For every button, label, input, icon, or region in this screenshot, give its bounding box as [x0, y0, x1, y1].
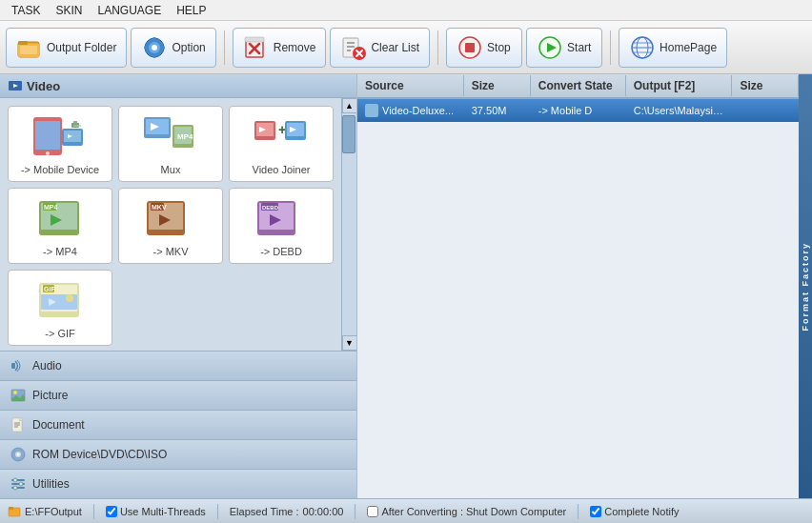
- grid-item-video-joiner[interactable]: + Video Joiner: [229, 106, 334, 182]
- svg-point-92: [13, 478, 17, 482]
- output-path-section: E:\FFOutput: [8, 505, 82, 518]
- remove-icon: [243, 34, 270, 61]
- toolbar: Output Folder Option: [0, 21, 812, 74]
- td-size2: [732, 109, 799, 112]
- complete-notify-label[interactable]: Complete Notify: [590, 506, 679, 517]
- stop-label: Stop: [487, 41, 511, 54]
- grid-item-mobile-device[interactable]: -> Mobile Device: [8, 106, 112, 182]
- svg-text:GIF: GIF: [44, 286, 55, 292]
- clear-list-label: Clear List: [371, 41, 419, 54]
- row-file-icon: [365, 104, 378, 117]
- svg-point-7: [152, 37, 156, 41]
- grid-item-gif[interactable]: GIF -> GIF: [8, 270, 112, 346]
- svg-text:DEBD: DEBD: [262, 205, 279, 211]
- nav-utilities[interactable]: Utilities: [0, 469, 356, 498]
- option-icon: [141, 34, 168, 61]
- menu-language[interactable]: LANGUAGE: [90, 2, 169, 19]
- start-icon: [537, 34, 563, 61]
- output-path-icon: [8, 505, 21, 518]
- debd-icon: DEBD: [253, 194, 310, 242]
- start-button[interactable]: Start: [526, 28, 602, 68]
- table-row[interactable]: Video-Deluxe... 37.50M -> Mobile D C:\Us…: [357, 99, 799, 122]
- table-body: Video-Deluxe... 37.50M -> Mobile D C:\Us…: [357, 99, 799, 498]
- svg-rect-34: [35, 121, 60, 150]
- video-grid-scroll: -> Mobile Device MP4 Mux: [0, 98, 356, 351]
- th-size: Size: [464, 75, 531, 96]
- utilities-label: Utilities: [32, 477, 70, 491]
- svg-rect-2: [18, 41, 28, 45]
- nav-audio[interactable]: Audio: [0, 351, 356, 380]
- td-output: C:\Users\Malaysia...: [626, 103, 733, 118]
- grid-item-mkv[interactable]: MKV -> MKV: [118, 188, 223, 264]
- nav-document[interactable]: Document: [0, 410, 356, 439]
- svg-point-35: [46, 151, 50, 155]
- grid-item-debd[interactable]: DEBD -> DEBD: [229, 188, 334, 264]
- scroll-up-arrow[interactable]: ▲: [342, 98, 357, 113]
- rom-label: ROM Device\DVD\CD\ISO: [32, 448, 167, 461]
- homepage-label: HomePage: [660, 41, 717, 54]
- left-panel-header: Video: [0, 74, 356, 98]
- side-nav: Audio Picture: [0, 351, 356, 498]
- mobile-device-label: -> Mobile Device: [21, 164, 99, 175]
- menu-help[interactable]: HELP: [169, 2, 213, 19]
- video-joiner-icon: +: [253, 112, 310, 160]
- svg-point-9: [144, 46, 148, 50]
- th-source: Source: [357, 75, 464, 96]
- svg-rect-40: [73, 121, 77, 124]
- clear-list-button[interactable]: Clear List: [330, 28, 430, 68]
- toolbar-separator-3: [610, 30, 611, 65]
- svg-rect-41: [73, 125, 81, 127]
- left-panel: Video: [0, 74, 357, 498]
- document-label: Document: [32, 418, 85, 432]
- th-output: Output [F2]: [626, 75, 733, 96]
- after-converting-label[interactable]: After Converting : Shut Down Computer: [367, 506, 566, 517]
- remove-label: Remove: [274, 41, 316, 54]
- mp4-icon: MP4: [31, 194, 89, 242]
- scroll-thumb[interactable]: [342, 115, 355, 153]
- homepage-button[interactable]: HomePage: [619, 28, 727, 68]
- svg-point-79: [13, 391, 17, 394]
- use-multi-threads-checkbox[interactable]: [106, 506, 117, 517]
- status-sep-2: [217, 504, 218, 519]
- grid-item-mp4[interactable]: MP4 -> MP4: [8, 188, 112, 264]
- svg-rect-3: [20, 46, 37, 54]
- right-wrapper: Source Size Convert State Output [F2] Si…: [357, 74, 812, 498]
- remove-button[interactable]: Remove: [233, 28, 327, 68]
- gif-label: -> GIF: [45, 328, 74, 339]
- nav-picture[interactable]: Picture: [0, 380, 356, 410]
- stop-icon: [457, 34, 483, 61]
- picture-label: Picture: [32, 389, 68, 402]
- menu-skin[interactable]: SKIN: [48, 2, 90, 19]
- svg-point-6: [152, 45, 157, 50]
- mkv-label: -> MKV: [153, 246, 189, 257]
- scroll-down-arrow[interactable]: ▼: [342, 335, 357, 351]
- use-multi-threads-label[interactable]: Use Multi-Threads: [106, 506, 206, 517]
- grid-item-mux[interactable]: MP4 Mux: [118, 106, 223, 182]
- th-size2: Size: [732, 75, 799, 96]
- svg-rect-140: [9, 507, 13, 510]
- elapsed-time-section: Elapsed Time : 00:00:00: [230, 506, 344, 517]
- after-converting-checkbox[interactable]: [367, 506, 378, 517]
- option-button[interactable]: Option: [131, 28, 215, 68]
- complete-notify-checkbox[interactable]: [590, 506, 601, 517]
- complete-notify-text: Complete Notify: [604, 506, 679, 517]
- output-folder-icon: [16, 34, 43, 61]
- td-size: 37.50M: [464, 103, 531, 118]
- stop-button[interactable]: Stop: [446, 28, 522, 68]
- svg-point-8: [152, 54, 156, 58]
- toolbar-separator-2: [437, 30, 438, 65]
- document-icon: [10, 416, 27, 433]
- use-multi-threads-text: Use Multi-Threads: [120, 506, 206, 517]
- svg-text:+: +: [278, 122, 286, 137]
- menu-task[interactable]: TASK: [4, 2, 48, 19]
- nav-rom[interactable]: ROM Device\DVD\CD\ISO: [0, 439, 356, 469]
- clear-list-icon: [340, 34, 367, 61]
- output-folder-button[interactable]: Output Folder: [6, 28, 127, 68]
- svg-point-88: [17, 453, 20, 456]
- after-converting-text: After Converting : Shut Down Computer: [381, 506, 566, 517]
- svg-rect-23: [465, 43, 475, 52]
- menu-bar: TASK SKIN LANGUAGE HELP: [0, 0, 812, 21]
- right-panel: Source Size Convert State Output [F2] Si…: [357, 74, 799, 498]
- svg-rect-77: [11, 363, 15, 369]
- video-grid-scrollbar[interactable]: ▲ ▼: [341, 98, 356, 351]
